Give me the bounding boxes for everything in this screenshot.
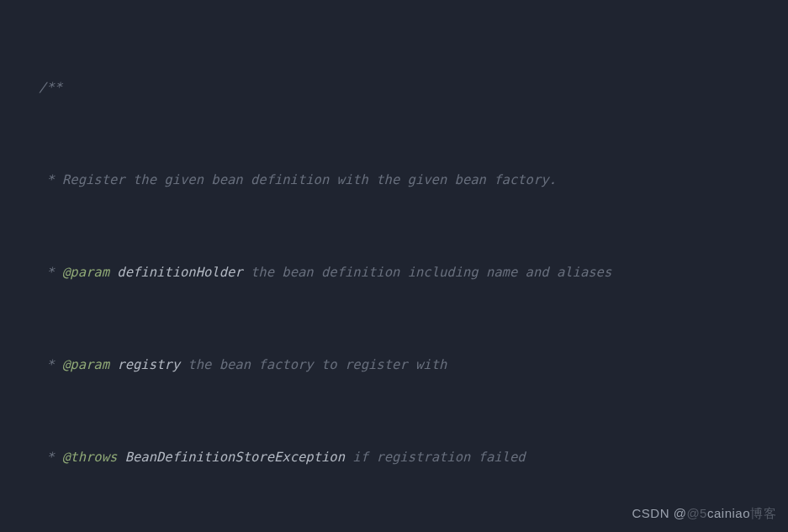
javadoc-tag-throws: @throws [62,450,117,465]
watermark-left: CSDN @ [632,506,686,520]
javadoc-star: * [39,265,62,280]
javadoc-param-desc: the bean definition including name and a… [251,265,611,280]
watermark-tail: 博客 [750,506,776,520]
javadoc-throws-desc: if registration failed [352,450,525,465]
watermark-mid: @5 [686,506,707,520]
code-editor[interactable]: /** * Register the given bean definition… [0,0,788,532]
javadoc-open: /** [39,80,62,95]
javadoc-star: * [39,172,62,187]
javadoc-summary: Register the given bean definition with … [62,172,557,187]
javadoc-param-name: definitionHolder [117,265,242,280]
javadoc-param-name: registry [117,357,180,372]
javadoc-throws-type: BeanDefinitionStoreException [125,450,345,465]
javadoc-param-desc: the bean factory to register with [188,357,447,372]
javadoc-tag-param: @param [62,357,109,372]
javadoc-star: * [39,357,62,372]
javadoc-star: * [39,450,62,465]
javadoc-tag-param: @param [62,265,109,280]
watermark-right: cainiao [707,506,750,520]
watermark: CSDN @@5cainiao博客 [632,506,776,522]
